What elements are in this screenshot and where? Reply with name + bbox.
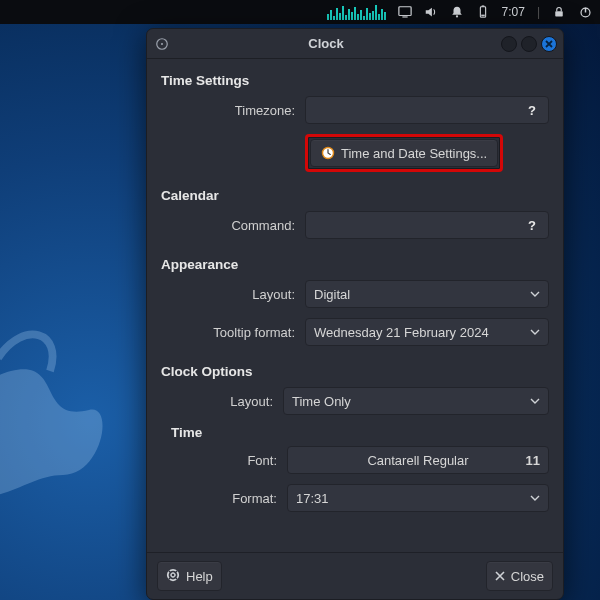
tooltip-format-label: Tooltip format: [187,325,305,340]
close-button[interactable]: Close [486,561,553,591]
chevron-down-icon [530,289,540,299]
highlight-box: Time and Date Settings... [305,134,503,172]
format-label: Format: [207,491,287,506]
lock-icon[interactable] [552,5,566,19]
clock-layout-label: Layout: [187,394,283,409]
display-icon[interactable] [398,5,412,19]
panel-clock[interactable]: 7:07 [502,5,525,19]
clock-layout-combo[interactable]: Time Only [283,387,549,415]
svg-point-2 [455,15,457,17]
timezone-label: Timezone: [187,103,305,118]
time-subheading: Time [171,425,549,440]
battery-icon[interactable] [476,5,490,19]
calendar-heading: Calendar [161,188,549,203]
time-date-settings-label: Time and Date Settings... [341,146,487,161]
minimize-button[interactable] [501,36,517,52]
clock-options-heading: Clock Options [161,364,549,379]
top-panel: 7:07 | [0,0,600,24]
chevron-down-icon [530,493,540,503]
svg-rect-4 [481,5,484,6]
maximize-button[interactable] [521,36,537,52]
help-button[interactable]: Help [157,561,222,591]
titlebar[interactable]: Clock [147,29,563,59]
font-size: 11 [526,453,540,468]
font-button[interactable]: Cantarell Regular 11 [287,446,549,474]
format-combo[interactable]: 17:31 [287,484,549,512]
tooltip-format-combo[interactable]: Wednesday 21 February 2024 [305,318,549,346]
lifebuoy-icon [166,568,180,585]
cpu-graph [327,4,386,20]
svg-rect-5 [481,15,485,17]
dialog-footer: Help Close [147,552,563,599]
svg-rect-1 [402,16,407,17]
close-icon [495,569,505,584]
clock-icon [321,146,335,160]
svg-rect-0 [398,7,410,16]
volume-icon[interactable] [424,5,438,19]
notification-icon[interactable] [450,5,464,19]
help-icon[interactable]: ? [522,103,542,118]
clock-preferences-window: Clock Time Settings Timezone: ? [146,28,564,600]
chevron-down-icon [530,396,540,406]
svg-rect-6 [555,11,563,16]
layout-label: Layout: [187,287,305,302]
window-title: Clock [155,36,497,51]
chevron-down-icon [530,327,540,337]
svg-point-13 [171,572,175,576]
close-window-button[interactable] [541,36,557,52]
appearance-heading: Appearance [161,257,549,272]
time-date-settings-button[interactable]: Time and Date Settings... [310,139,498,167]
timezone-input[interactable]: ? [305,96,549,124]
command-label: Command: [187,218,305,233]
font-label: Font: [207,453,287,468]
command-input[interactable]: ? [305,211,549,239]
power-icon[interactable] [578,5,592,19]
help-icon[interactable]: ? [522,218,542,233]
time-settings-heading: Time Settings [161,73,549,88]
layout-combo[interactable]: Digital [305,280,549,308]
